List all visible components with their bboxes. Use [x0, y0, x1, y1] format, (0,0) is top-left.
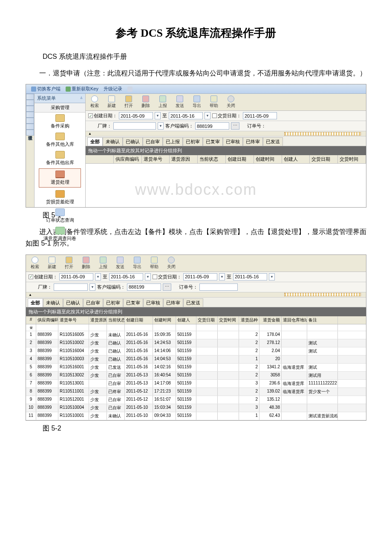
client-code-input[interactable]: 888199 — [127, 283, 161, 291]
column-header[interactable]: 创建人 — [282, 155, 310, 163]
reget-key-button[interactable]: 重新获取Key — [66, 86, 98, 92]
column-header[interactable]: 交货日期 — [310, 155, 338, 163]
status-tab[interactable]: 已终审 — [163, 298, 183, 307]
upgrade-log-button[interactable]: 升级记录 — [104, 86, 122, 92]
create-date-check[interactable]: ✓ — [88, 113, 93, 118]
column-header[interactable]: 退回仓库地址 — [282, 316, 307, 324]
status-tab[interactable]: 已初审 — [103, 298, 123, 307]
report-button[interactable]: 上报 — [97, 257, 110, 270]
status-tab[interactable]: 已确认 — [63, 298, 83, 307]
status-tab[interactable]: 已自审 — [83, 298, 103, 307]
brand-input[interactable] — [54, 283, 88, 291]
create-from-input[interactable]: 2011-05-09 — [59, 273, 93, 280]
export-button[interactable]: 导出 — [131, 257, 144, 270]
switch-client-button[interactable]: 切换客户端 — [31, 86, 61, 92]
column-header[interactable]: 创建日期 — [226, 155, 254, 163]
export-button[interactable]: 导出 — [190, 95, 203, 109]
column-header[interactable]: 退货原因 — [89, 316, 107, 324]
status-tab[interactable]: 已发送 — [183, 298, 203, 307]
column-header[interactable]: 退货单号 — [58, 316, 89, 324]
create-date-check[interactable]: ✓ — [29, 275, 33, 279]
table-row[interactable]: 4888399R110510003少发已确认2011-05-1614:04:53… — [26, 356, 366, 364]
collapse-bar[interactable] — [284, 293, 361, 296]
module-tab[interactable]: 公共服务 — [26, 94, 34, 100]
table-row[interactable]: 8888399R110511001少发已终审2011-05-1217:21:23… — [26, 388, 366, 396]
table-row[interactable]: 7888399R110513001已自审2011-05-1314:17:0850… — [26, 380, 366, 388]
status-tab[interactable]: 已终审 — [243, 137, 263, 146]
tree-item[interactable]: 订单状态查询 — [35, 207, 85, 225]
column-header[interactable]: 当前状态 — [107, 316, 125, 324]
filter-row[interactable]: ※ — [26, 324, 366, 331]
del-button[interactable]: 删除 — [139, 95, 152, 109]
status-tab[interactable]: 已发送 — [263, 137, 283, 146]
table-row[interactable]: 3888399R110516004少发已确认2011-05-1614:14:06… — [26, 347, 366, 356]
column-header[interactable]: # — [26, 316, 36, 324]
module-tab[interactable]: 财务 — [26, 112, 34, 118]
deliver-from-input[interactable]: 2011-05-09 — [183, 273, 217, 280]
lookup-button[interactable]: ⋯ — [231, 122, 239, 130]
dropdown-icon[interactable]: ▼ — [158, 122, 164, 130]
module-tab[interactable]: 客户关系 — [26, 100, 34, 106]
status-tab[interactable]: 已审核 — [223, 137, 243, 146]
status-tab[interactable]: 已复审 — [123, 298, 143, 307]
search-button[interactable]: 检索 — [88, 95, 101, 109]
status-tab[interactable]: 已确认 — [123, 137, 143, 146]
pin-icon[interactable]: ⍋ — [80, 95, 83, 101]
column-header[interactable]: 退货单号 — [142, 155, 170, 163]
table-row[interactable]: 11888399R110510001少发未确认2011-05-1009:04:3… — [26, 412, 366, 420]
dropdown-icon[interactable]: ▼ — [89, 283, 95, 291]
tree-header[interactable]: 采购管理 — [35, 103, 85, 113]
create-to-input[interactable]: 2011-05-16 — [109, 273, 143, 280]
deliver-to-input[interactable]: 2011-05-16 — [233, 273, 267, 280]
tree-item[interactable]: 备件其他入库 — [35, 131, 85, 149]
new-button[interactable]: 新建 — [105, 95, 118, 109]
search-button[interactable]: 检索 — [29, 257, 41, 270]
tree-item[interactable]: 退货处理 — [39, 168, 81, 188]
status-tab[interactable]: 全部 — [87, 137, 103, 146]
column-header[interactable]: 备注 — [307, 316, 338, 324]
table-row[interactable]: 9888399R110512001少发已自审2011-05-1216:51:07… — [26, 396, 366, 404]
tree-item[interactable]: 备件采购 — [35, 113, 85, 131]
column-header[interactable]: 退货原因 — [170, 155, 198, 163]
status-tab[interactable]: 已复审 — [203, 137, 223, 146]
dropdown-icon[interactable]: ▼ — [155, 112, 161, 119]
column-header[interactable]: 交货时间 — [338, 155, 366, 163]
column-header[interactable]: 供应商编码 — [36, 316, 58, 324]
order-no-input[interactable] — [199, 283, 238, 291]
dropdown-icon[interactable]: ▼ — [145, 273, 151, 280]
column-header[interactable] — [86, 155, 114, 163]
column-header[interactable]: 创建时间 — [153, 316, 176, 324]
table-row[interactable]: 10888399R110510004少发已自审2011-05-1015:03:3… — [26, 404, 366, 412]
close-button[interactable]: 关闭 — [225, 95, 237, 109]
deliver-date-input[interactable]: 2011-05-09 — [243, 112, 277, 119]
del-button[interactable]: 删除 — [80, 257, 92, 270]
help-button[interactable]: 帮助 — [148, 257, 161, 270]
status-tab[interactable]: 已自审 — [143, 137, 163, 146]
dropdown-icon[interactable]: ▼ — [269, 273, 275, 280]
module-tab[interactable]: 主数据 — [26, 118, 34, 124]
column-header[interactable]: 交货时间 — [218, 316, 239, 324]
create-to-input[interactable]: 2011-05-16 — [169, 112, 203, 119]
module-tab[interactable]: 备件 — [26, 106, 34, 112]
column-header[interactable]: 当前状态 — [198, 155, 226, 163]
deliver-date-check[interactable] — [212, 113, 217, 118]
table-row[interactable]: 5888399R110516001少发已发送2011-05-1614:02:16… — [26, 364, 366, 372]
module-tab[interactable]: 系统管理 — [26, 130, 34, 136]
client-code-input[interactable]: 888199 — [195, 122, 229, 130]
column-header[interactable]: 创建人 — [176, 316, 196, 324]
open-button[interactable]: 打开 — [122, 95, 135, 109]
status-tab[interactable]: 已审核 — [143, 298, 163, 307]
tree-item[interactable]: 满意度调查问卷 — [35, 225, 85, 243]
send-button[interactable]: 发送 — [173, 95, 186, 109]
status-tab[interactable]: 全部 — [28, 298, 43, 307]
lookup-button[interactable]: ⋯ — [163, 283, 171, 291]
status-tab[interactable]: 未确认 — [43, 298, 63, 307]
send-button[interactable]: 发送 — [114, 257, 127, 270]
close-button[interactable]: 关闭 — [165, 257, 178, 270]
column-header[interactable]: 创建时间 — [254, 155, 282, 163]
column-header[interactable]: 创建日期 — [125, 316, 153, 324]
open-button[interactable]: 打开 — [63, 257, 75, 270]
module-tab[interactable]: 报表 — [26, 124, 34, 130]
help-button[interactable]: 帮助 — [208, 95, 220, 109]
status-tab[interactable]: 已初审 — [183, 137, 203, 146]
